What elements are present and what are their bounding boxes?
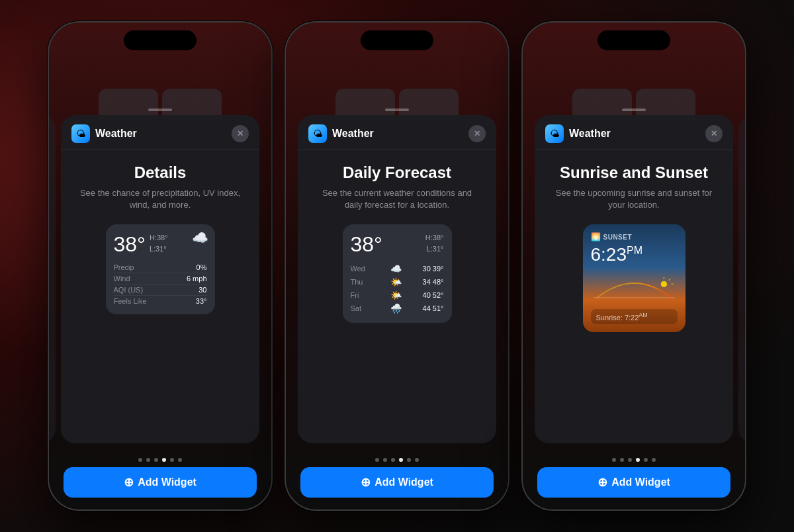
phone-forecast: 🌤 Weather ✕ Daily Forecast See the curre…	[285, 21, 509, 511]
card-content-1: Details See the chance of precipitation,…	[61, 150, 259, 443]
wind-value: 6 mph	[187, 275, 207, 283]
icon-fri: 🌤️	[389, 290, 402, 300]
dot-1-3	[154, 458, 158, 462]
feels-value: 33°	[196, 297, 207, 305]
plus-icon-2: ⊕	[361, 475, 371, 490]
app-icon-1: 🌤	[71, 124, 90, 143]
add-widget-button-1[interactable]: ⊕ Add Widget	[64, 467, 257, 498]
dot-2-5	[407, 458, 411, 462]
forecast-hl: H:38° L:31°	[425, 232, 444, 254]
forecast-preview-widget: 38° H:38° L:31° Wed ☁️ 30 39°	[343, 224, 452, 323]
app-name-2: Weather	[332, 128, 468, 140]
sunset-icon: 🌅	[591, 232, 601, 242]
dot-1-5	[170, 458, 174, 462]
forecast-high: H:38°	[425, 234, 444, 242]
precip-value: 0%	[197, 263, 207, 271]
page-dots-1	[49, 458, 271, 462]
forecast-row-fri: Fri 🌤️ 40 52°	[351, 288, 444, 302]
add-widget-label-1: Add Widget	[138, 476, 197, 488]
widget-title-3: Sunrise and Sunset	[560, 163, 708, 182]
icon-sat: 🌧️	[389, 303, 402, 314]
app-icon-2: 🌤	[308, 124, 327, 143]
widget-card-forecast: 🌤 Weather ✕ Daily Forecast See the curre…	[298, 115, 496, 443]
sunset-time-value: 6:23	[591, 244, 627, 265]
precip-label: Precip	[114, 263, 134, 271]
side-peek-left-1	[48, 115, 56, 443]
forecast-rows: Wed ☁️ 30 39° Thu 🌤️ 34 48° Fri 🌤️	[351, 262, 444, 315]
dot-3-1	[612, 458, 616, 462]
dot-1-6	[178, 458, 182, 462]
sunset-time-display: 6:23PM	[591, 244, 678, 265]
day-thu: Thu	[351, 278, 369, 286]
add-widget-label-3: Add Widget	[611, 476, 670, 488]
dot-1-2	[146, 458, 150, 462]
dynamic-island-2	[361, 30, 433, 50]
add-widget-label-2: Add Widget	[375, 476, 433, 488]
page-dots-3	[523, 458, 745, 462]
dot-3-4	[636, 458, 640, 462]
dot-3-6	[652, 458, 656, 462]
day-fri: Fri	[351, 291, 369, 299]
card-header-1: 🌤 Weather ✕	[61, 115, 259, 150]
app-icon-3: 🌤	[545, 124, 564, 143]
widget-subtitle-3: See the upcoming sunrise and sunset for …	[545, 187, 723, 211]
svg-line-3	[668, 279, 670, 281]
sunrise-ampm: AM	[639, 312, 648, 318]
sunset-ampm: PM	[627, 245, 642, 256]
widget-subtitle-1: See the chance of precipitation, UV inde…	[71, 187, 249, 211]
close-button-2[interactable]: ✕	[468, 125, 486, 142]
card-header-2: 🌤 Weather ✕	[298, 115, 496, 150]
details-temp: 38°	[114, 232, 146, 257]
aqi-value: 30	[198, 286, 206, 294]
page-dots-2	[286, 458, 508, 462]
widget-card-details: 🌤 Weather ✕ Details See the chance of pr…	[61, 115, 259, 443]
pull-indicator-1	[148, 109, 172, 111]
details-row-feels: Feels Like 33°	[114, 296, 207, 306]
phone-sunset: 🌤 Weather ✕ Sunrise and Sunset See the u…	[521, 21, 746, 511]
side-peek-right-3	[738, 115, 746, 443]
add-widget-button-3[interactable]: ⊕ Add Widget	[537, 467, 730, 498]
card-content-2: Daily Forecast See the current weather c…	[298, 150, 496, 443]
dot-2-4	[399, 458, 403, 462]
sunset-label: SUNSET	[603, 234, 633, 241]
details-preview-widget: ☁️ 38° H:38° L:31° Precip 0%	[106, 224, 215, 314]
dot-1-4	[162, 458, 166, 462]
cloud-icon-details: ☁️	[192, 230, 208, 245]
widget-subtitle-2: See the current weather conditions and d…	[308, 187, 486, 211]
forecast-row-thu: Thu 🌤️ 34 48°	[351, 275, 444, 288]
details-row-aqi: AQI (US) 30	[114, 285, 207, 296]
dot-3-3	[628, 458, 632, 462]
card-content-3: Sunrise and Sunset See the upcoming sunr…	[535, 150, 733, 443]
add-widget-button-2[interactable]: ⊕ Add Widget	[300, 467, 494, 498]
day-wed: Wed	[351, 265, 369, 273]
forecast-low: L:31°	[427, 245, 444, 253]
details-low: L:31°	[150, 245, 167, 253]
widget-card-sunset: 🌤 Weather ✕ Sunrise and Sunset See the u…	[535, 115, 733, 443]
card-header-3: 🌤 Weather ✕	[535, 115, 733, 150]
sunset-label-row: 🌅 SUNSET	[591, 232, 678, 242]
details-hl: H:38° L:31°	[150, 232, 168, 254]
forecast-top: 38° H:38° L:31°	[351, 232, 444, 257]
sunset-preview-widget: 🌅 SUNSET 6:23PM	[583, 224, 685, 332]
wind-label: Wind	[114, 275, 130, 283]
dot-1-1	[138, 458, 142, 462]
details-high: H:38°	[150, 234, 168, 242]
details-row-wind: Wind 6 mph	[114, 273, 207, 285]
forecast-row-wed: Wed ☁️ 30 39°	[351, 262, 444, 275]
sunset-arc-svg	[591, 271, 678, 304]
dot-2-2	[383, 458, 387, 462]
phone-details: 🌤 Weather ✕ Details See the chance of pr…	[48, 21, 273, 511]
forecast-row-sat: Sat 🌧️ 44 51°	[351, 302, 444, 315]
dot-2-6	[415, 458, 419, 462]
details-row-precip: Precip 0%	[114, 262, 207, 273]
app-name-1: Weather	[95, 128, 232, 140]
dot-3-2	[620, 458, 624, 462]
details-rows: Precip 0% Wind 6 mph AQI (US) 30 Feels	[114, 262, 207, 306]
temps-fri: 40 52°	[423, 291, 444, 299]
close-button-3[interactable]: ✕	[705, 125, 723, 142]
close-button-1[interactable]: ✕	[232, 125, 249, 142]
temps-sat: 44 51°	[423, 304, 444, 312]
sunset-arc	[591, 271, 678, 304]
pull-indicator-2	[385, 109, 409, 111]
icon-thu: 🌤️	[389, 277, 402, 287]
